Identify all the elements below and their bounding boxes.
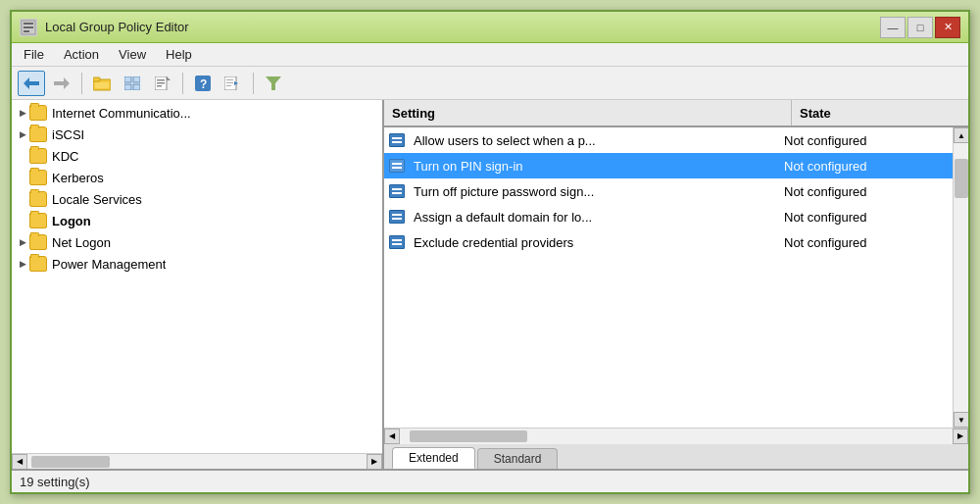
toolbar-separator-1 (81, 73, 82, 94)
svg-rect-7 (93, 77, 100, 81)
svg-rect-8 (95, 82, 109, 88)
menu-file[interactable]: File (16, 45, 52, 64)
tree-item-iscsi[interactable]: ▶ iSCSI (12, 124, 382, 145)
menu-action[interactable]: Action (56, 45, 107, 64)
h-scroll-left[interactable]: ◀ (384, 428, 400, 444)
svg-marker-25 (266, 76, 281, 90)
svg-rect-16 (157, 82, 165, 84)
list-row-1[interactable]: Turn on PIN sign-in Not configured (384, 153, 953, 178)
tree-item-power[interactable]: ▶ Power Management (12, 253, 382, 275)
svg-rect-12 (133, 84, 140, 90)
view-button[interactable] (119, 71, 146, 96)
title-bar-left: Local Group Policy Editor (20, 19, 189, 36)
list-row-name-3: Assign a default domain for lo... (410, 210, 776, 225)
list-row-0[interactable]: Allow users to select when a p... Not co… (384, 127, 953, 153)
list-row-3[interactable]: Assign a default domain for lo... Not co… (384, 204, 953, 229)
svg-rect-24 (226, 85, 231, 86)
policy-icon-3 (384, 210, 410, 224)
list-row-name-1: Turn on PIN sign-in (410, 159, 776, 174)
menu-help[interactable]: Help (158, 45, 200, 64)
svg-marker-5 (54, 77, 70, 89)
toolbar-separator-2 (182, 73, 183, 94)
folder-icon-logon (29, 213, 47, 228)
tree-item-netlogon[interactable]: ▶ Net Logon (12, 231, 382, 253)
tree-arrow-power[interactable]: ▶ (16, 257, 29, 271)
folder-icon-kerberos (29, 170, 47, 185)
scroll-down-button[interactable]: ▼ (954, 412, 968, 428)
tree-label-logon: Logon (52, 214, 91, 228)
scroll-up-button[interactable]: ▲ (954, 127, 968, 143)
svg-rect-2 (24, 26, 33, 28)
list-row-4[interactable]: Exclude credential providers Not configu… (384, 229, 953, 255)
svg-rect-23 (226, 82, 233, 83)
list-row-state-2: Not configured (776, 184, 953, 199)
tree-arrow-iscsi[interactable]: ▶ (16, 127, 29, 141)
open-folder-button[interactable] (88, 71, 116, 96)
list-row-state-3: Not configured (776, 210, 953, 225)
help-button[interactable]: ? (189, 71, 217, 96)
header-state: State (792, 100, 968, 126)
tree-label-locale: Locale Services (52, 192, 142, 207)
svg-marker-14 (167, 76, 171, 80)
toolbar-separator-3 (253, 73, 254, 94)
tab-extended[interactable]: Extended (392, 447, 475, 469)
scroll-thumb (955, 159, 968, 198)
tree-scroll-track[interactable] (27, 454, 367, 470)
status-bar: 19 setting(s) (12, 469, 968, 492)
policy-icon-4 (384, 235, 410, 249)
svg-rect-15 (157, 79, 165, 81)
tree-arrow-netlogon[interactable]: ▶ (16, 235, 29, 249)
horizontal-scrollbar[interactable]: ◀ ▶ (384, 428, 968, 443)
tree-horizontal-scrollbar[interactable]: ◀ ▶ (12, 453, 382, 469)
tree-label-internet: Internet Communicatio... (52, 106, 191, 121)
tree-item-kdc[interactable]: ▶ KDC (12, 145, 382, 167)
svg-text:?: ? (200, 77, 207, 91)
right-scrollbar[interactable]: ▲ ▼ (953, 127, 968, 428)
export-button[interactable] (149, 71, 176, 96)
svg-rect-3 (24, 30, 29, 32)
svg-rect-1 (24, 23, 33, 25)
svg-rect-11 (124, 84, 131, 90)
h-scroll-track[interactable] (400, 428, 953, 444)
tree-item-logon[interactable]: ▶ Logon (12, 210, 382, 231)
run-button[interactable] (220, 71, 247, 96)
list-row-name-0: Allow users to select when a p... (410, 133, 776, 148)
title-bar: Local Group Policy Editor — □ ✕ (12, 12, 968, 43)
list-content[interactable]: Allow users to select when a p... Not co… (384, 127, 953, 428)
tab-standard[interactable]: Standard (477, 448, 559, 469)
tree-scroll-left[interactable]: ◀ (12, 454, 27, 470)
tree-arrow-internet[interactable]: ▶ (16, 106, 29, 120)
main-window: Local Group Policy Editor — □ ✕ File Act… (10, 10, 970, 494)
app-icon (20, 19, 37, 36)
tree-item-kerberos[interactable]: ▶ Kerberos (12, 167, 382, 188)
main-area: ▶ Internet Communicatio... ▶ iSCSI ▶ KDC… (12, 100, 968, 469)
list-row-2[interactable]: Turn off picture password sign... Not co… (384, 178, 953, 204)
policy-icon-0 (384, 133, 410, 147)
filter-button[interactable] (260, 71, 287, 96)
title-buttons: — □ ✕ (880, 17, 960, 38)
tree-item-internet[interactable]: ▶ Internet Communicatio... (12, 102, 382, 124)
tree-item-locale[interactable]: ▶ Locale Services (12, 188, 382, 210)
h-scroll-right[interactable]: ▶ (953, 428, 968, 444)
folder-icon-iscsi (29, 126, 47, 142)
svg-rect-10 (133, 76, 140, 82)
folder-icon-locale (29, 191, 47, 207)
back-button[interactable] (18, 71, 45, 96)
status-text: 19 setting(s) (20, 475, 90, 489)
folder-icon-kdc (29, 148, 47, 164)
minimize-button[interactable]: — (880, 17, 906, 38)
tree-label-power: Power Management (52, 257, 166, 272)
tree-content[interactable]: ▶ Internet Communicatio... ▶ iSCSI ▶ KDC… (12, 100, 382, 453)
menu-view[interactable]: View (111, 45, 154, 64)
folder-icon-power (29, 256, 47, 272)
close-button[interactable]: ✕ (935, 17, 960, 38)
tree-label-kerberos: Kerberos (52, 171, 104, 185)
folder-icon-internet (29, 105, 47, 121)
list-header: Setting State (384, 100, 968, 127)
forward-button[interactable] (48, 71, 75, 96)
tree-panel: ▶ Internet Communicatio... ▶ iSCSI ▶ KDC… (12, 100, 384, 469)
right-panel: Setting State Allow users to select when… (384, 100, 968, 469)
list-row-name-2: Turn off picture password sign... (410, 184, 776, 199)
maximize-button[interactable]: □ (907, 17, 933, 38)
tree-scroll-right[interactable]: ▶ (367, 454, 382, 470)
